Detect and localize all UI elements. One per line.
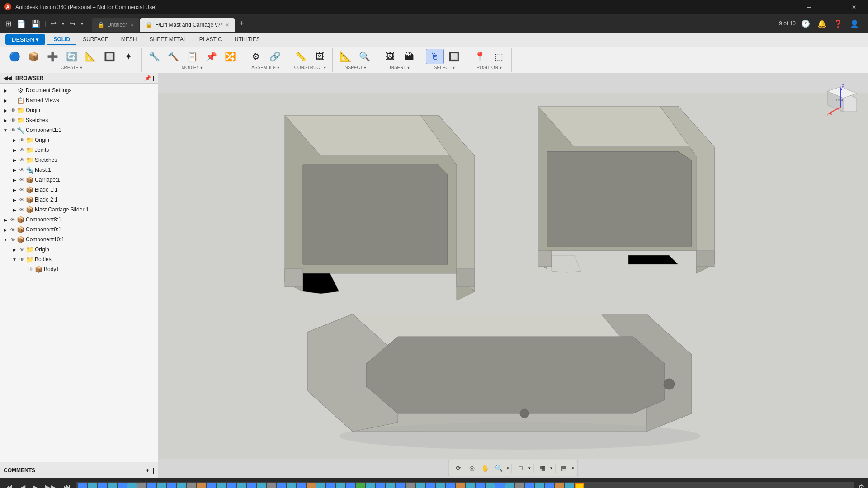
tab-add-button[interactable]: + <box>236 19 248 28</box>
insert-label[interactable]: INSERT ▾ <box>390 65 410 70</box>
ribbon-tab-sheetmetal[interactable]: SHEET METAL <box>143 34 193 45</box>
timeline-item-42[interactable] <box>486 483 495 488</box>
tab-untitled-close[interactable]: ✕ <box>130 23 134 28</box>
create-extrude-btn[interactable]: ➕ <box>43 49 61 64</box>
save-btn[interactable]: 💾 <box>29 19 42 29</box>
nav-cube[interactable]: Z X RIGHT <box>823 82 859 118</box>
timeline-play-prev[interactable]: ◀ <box>18 482 27 488</box>
tree-arrow-slider1[interactable]: ▶ <box>11 207 18 212</box>
timeline-item-43[interactable] <box>495 483 505 488</box>
timeline-item-12[interactable] <box>187 483 196 488</box>
browser-pin-btn[interactable]: 📌 <box>144 75 151 81</box>
tree-arrow-origin[interactable]: ▶ <box>2 108 9 113</box>
ribbon-tab-solid[interactable]: SOLID <box>47 34 76 45</box>
comments-add-btn[interactable]: + <box>146 467 149 474</box>
tree-arrow-c1-origin[interactable]: ▶ <box>11 138 18 143</box>
timeline-item-10[interactable] <box>167 483 176 488</box>
timeline-item-9[interactable] <box>157 483 166 488</box>
tree-arrow-component9[interactable]: ▶ <box>2 227 9 232</box>
timeline-item-4[interactable] <box>108 483 117 488</box>
create-loft-btn[interactable]: 🔲 <box>100 49 118 64</box>
construct-label[interactable]: CONSTRUCT ▾ <box>294 65 326 70</box>
undo-btn[interactable]: ↩ <box>49 19 58 29</box>
maximize-button[interactable]: □ <box>821 0 842 14</box>
tree-arrow-c10-origin[interactable]: ▶ <box>11 247 18 252</box>
position-label[interactable]: POSITION ▾ <box>476 65 502 70</box>
tab-mast[interactable]: 🔒 F/Lift Mast and Carriage v7* ✕ <box>140 18 234 32</box>
grid-btn[interactable]: ▦ <box>537 462 548 474</box>
create-move-btn[interactable]: ✦ <box>119 49 137 64</box>
tree-item-origin[interactable]: ▶ 👁 📁 Origin <box>0 105 158 115</box>
tab-mast-close[interactable]: ✕ <box>226 23 229 28</box>
tree-arrow-carriage1[interactable]: ▶ <box>11 178 18 183</box>
create-revolve-btn[interactable]: 🔄 <box>62 49 80 64</box>
timeline-item-44[interactable] <box>505 483 514 488</box>
timeline-item-29[interactable] <box>356 483 365 488</box>
tree-arrow-c1-joints[interactable]: ▶ <box>11 148 18 153</box>
timeline-play-last[interactable]: ⏭ <box>61 482 72 488</box>
zoom-dropdown[interactable]: ▾ <box>507 466 509 470</box>
timeline-item-30[interactable] <box>366 483 375 488</box>
visual-style-dropdown[interactable]: ▾ <box>572 466 574 470</box>
viewport[interactable]: Z X RIGHT ⟳ ◎ ✋ 🔍 ▾ □ ▾ ▦ ▾ ▤ ▾ <box>158 73 868 478</box>
minimize-button[interactable]: ─ <box>798 0 819 14</box>
orbit-btn[interactable]: ⟳ <box>453 462 464 474</box>
tree-arrow-c10-bodies[interactable]: ▼ <box>11 257 18 262</box>
timeline-item-14[interactable] <box>207 483 216 488</box>
timeline-item-5[interactable] <box>118 483 127 488</box>
modify-fillet-btn[interactable]: 🔨 <box>164 49 182 64</box>
app-menu-icon[interactable]: ⊞ <box>4 19 13 29</box>
timeline-item-33[interactable] <box>396 483 405 488</box>
tree-arrow-named-views[interactable]: ▶ <box>2 98 9 103</box>
timeline-item-50[interactable] <box>565 483 574 488</box>
zoom-btn[interactable]: 🔍 <box>493 462 505 474</box>
redo-dropdown[interactable]: ▾ <box>79 20 85 27</box>
tree-item-named-views[interactable]: ▶ 📋 Named Views <box>0 95 158 105</box>
modify-label[interactable]: MODIFY ▾ <box>182 65 203 70</box>
tree-arrow-blade1[interactable]: ▶ <box>11 188 18 192</box>
insert-decal-btn[interactable]: 🖼 <box>381 49 399 64</box>
tree-item-component1[interactable]: ▼ 👁 🔧 Component1:1 <box>0 125 158 135</box>
tree-item-mast1[interactable]: ▶ 👁 🔩 Mast:1 <box>0 165 158 175</box>
tree-item-c10-bodies[interactable]: ▼ 👁 📁 Bodies <box>0 254 158 264</box>
timeline-item-13[interactable] <box>197 483 206 488</box>
timeline-item-37[interactable] <box>436 483 445 488</box>
grid-dropdown[interactable]: ▾ <box>550 466 552 470</box>
tree-item-sketches[interactable]: ▶ 👁 📁 Sketches <box>0 115 158 125</box>
timeline-play-first[interactable]: ⏮ <box>4 482 14 488</box>
inspect-label[interactable]: INSPECT ▾ <box>344 65 367 70</box>
position-align-btn[interactable]: 📍 <box>471 49 489 64</box>
timeline-item-7[interactable] <box>137 483 146 488</box>
ribbon-tab-surface[interactable]: SURFACE <box>76 34 115 45</box>
tree-item-component9[interactable]: ▶ 👁 📦 Component9:1 <box>0 225 158 235</box>
timeline-item-26[interactable] <box>326 483 335 488</box>
create-box-btn[interactable]: 📦 <box>24 49 42 64</box>
assemble-label[interactable]: ASSEMBLE ▾ <box>251 65 279 70</box>
modify-shell-btn[interactable]: 📌 <box>202 49 220 64</box>
help-icon[interactable]: ❓ <box>832 19 844 29</box>
select-box-btn[interactable]: 🔲 <box>445 49 463 64</box>
tab-untitled[interactable]: 🔒 Untitled* ✕ <box>92 18 139 32</box>
tree-arrow-component8[interactable]: ▶ <box>2 217 9 222</box>
timeline-item-18[interactable] <box>247 483 256 488</box>
ribbon-tab-plastic[interactable]: PLASTIC <box>193 34 228 45</box>
tree-arrow-component1[interactable]: ▼ <box>2 128 9 133</box>
position-capture-btn[interactable]: ⬚ <box>490 49 508 64</box>
tree-item-blade2[interactable]: ▶ 👁 📦 Blade 2:1 <box>0 195 158 205</box>
tree-arrow-c1-sketches[interactable]: ▶ <box>11 158 18 163</box>
tree-item-component8[interactable]: ▶ 👁 📦 Component8:1 <box>0 215 158 225</box>
timeline-play[interactable]: ▶ <box>31 482 40 488</box>
tree-item-body1[interactable]: 👁 📦 Body1 <box>0 264 158 274</box>
tree-arrow-doc-settings[interactable]: ▶ <box>2 88 9 93</box>
comments-collapse-btn[interactable]: | <box>153 467 154 474</box>
timeline-settings[interactable]: ⚙ <box>858 483 864 488</box>
timeline-item-47[interactable] <box>535 483 544 488</box>
timeline-item-27[interactable] <box>336 483 345 488</box>
tree-vis-blade2[interactable]: 👁 <box>18 197 25 202</box>
timeline-item-8[interactable] <box>147 483 156 488</box>
design-button[interactable]: DESIGN ▾ <box>5 34 45 45</box>
tree-item-c10-origin[interactable]: ▶ 👁 📁 Origin <box>0 244 158 254</box>
pan-btn[interactable]: ✋ <box>480 462 491 474</box>
assemble-rigid-group-btn[interactable]: 🔗 <box>266 49 284 64</box>
timeline-item-40[interactable] <box>466 483 475 488</box>
